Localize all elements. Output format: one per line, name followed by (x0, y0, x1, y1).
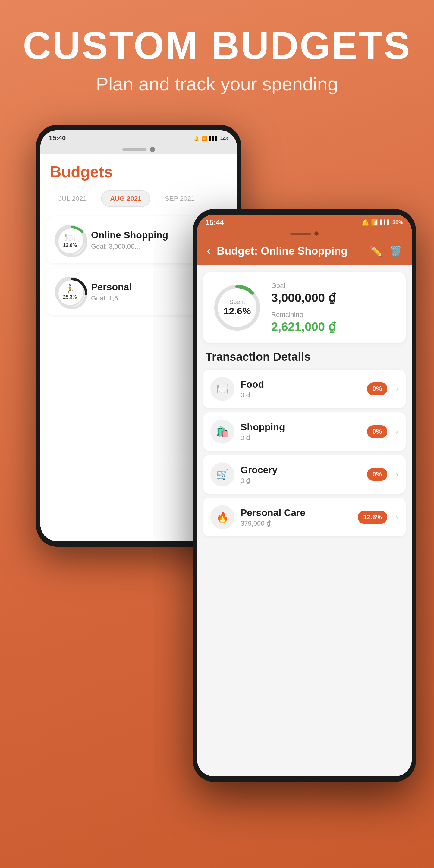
month-tabs: JUL 2021 AUG 2021 SEP 2021 (40, 186, 237, 212)
budgets-title: Budgets (50, 163, 227, 181)
grocery-info: Grocery 0 ₫ (241, 464, 361, 485)
grocery-icon: 🛒 (216, 468, 229, 480)
spent-label: Spent (224, 299, 251, 306)
shopping-name: Shopping (241, 422, 361, 433)
wifi-icon: 📶 (201, 135, 207, 141)
speaker-bar (122, 148, 147, 151)
status-icons-front: 🔔 📶 ▌▌▌ 30% (362, 219, 403, 226)
budget-circle-online-shopping: 🍽️ 12.6% (55, 225, 85, 255)
food-icon: 🍽️ (216, 383, 229, 395)
grocery-badge: 0% (367, 468, 388, 481)
progress-ring-personal (55, 277, 89, 310)
alarm-icon-front: 🔔 (362, 219, 369, 226)
remaining-amount: 2,621,000 ₫ (271, 320, 397, 334)
budget-detail-title: Budget: Online Shopping (217, 245, 364, 257)
goal-amount: 3,000,000 ₫ (271, 291, 397, 305)
transaction-card-grocery[interactable]: 🛒 Grocery 0 ₫ 0% › (203, 455, 406, 494)
transaction-section: Transaction Details 🍽️ Food 0 ₫ 0% › (197, 350, 412, 536)
food-info: Food 0 ₫ (241, 379, 361, 399)
front-phone-time: 15:44 (206, 218, 224, 227)
shopping-amount: 0 ₫ (241, 434, 361, 442)
personal-care-info: Personal Care 379,000 ₫ (241, 507, 352, 527)
budget-summary-card: Spent 12.6% Goal 3,000,000 ₫ Remaining 2… (203, 272, 406, 343)
shopping-icon: 🛍️ (216, 426, 229, 438)
transaction-card-shopping[interactable]: 🛍️ Shopping 0 ₫ 0% › (203, 412, 406, 451)
hero-title: CUSTOM BUDGETS (0, 24, 434, 67)
donut-chart: Spent 12.6% (212, 282, 263, 333)
front-scroll-content[interactable]: Spent 12.6% Goal 3,000,000 ₫ Remaining 2… (197, 265, 412, 775)
battery-front: 30% (393, 219, 403, 226)
personal-care-amount: 379,000 ₫ (241, 520, 352, 527)
shopping-icon-circle: 🛍️ (210, 420, 235, 444)
personal-care-name: Personal Care (241, 507, 352, 518)
signal-icon: ▌▌▌ (209, 135, 218, 141)
personal-care-icon: 🔥 (216, 511, 229, 523)
phone-front: 15:44 🔔 📶 ▌▌▌ 30% ‹ Budget: Online Shopp… (193, 209, 416, 782)
spent-percent: 12.6% (224, 306, 251, 317)
camera-dot-back (150, 147, 155, 152)
transaction-card-personal-care[interactable]: 🔥 Personal Care 379,000 ₫ 12.6% › (203, 498, 406, 536)
action-icons: ✏️ 🗑️ (370, 245, 402, 257)
status-icons-back: 🔔 📶 ▌▌▌ 32% (193, 135, 228, 141)
alarm-icon: 🔔 (193, 135, 199, 141)
budget-circle-personal: 🏃 25.3% (55, 277, 85, 307)
transaction-card-food[interactable]: 🍽️ Food 0 ₫ 0% › (203, 370, 406, 408)
status-bar-front: 15:44 🔔 📶 ▌▌▌ 30% (197, 215, 412, 230)
grocery-chevron: › (396, 470, 398, 479)
grocery-amount: 0 ₫ (241, 477, 361, 485)
progress-ring-online-shopping (55, 225, 89, 258)
remaining-label: Remaining (271, 311, 397, 318)
shopping-info: Shopping 0 ₫ (241, 422, 361, 442)
shopping-chevron: › (396, 427, 398, 436)
food-icon-circle: 🍽️ (210, 377, 235, 401)
personal-care-icon-circle: 🔥 (210, 505, 235, 529)
back-button[interactable]: ‹ (207, 244, 211, 258)
food-badge: 0% (367, 382, 388, 395)
transaction-title: Transaction Details (203, 350, 406, 364)
personal-care-chevron: › (396, 513, 398, 522)
goal-label: Goal (271, 282, 397, 290)
signal-icon-front: ▌▌▌ (380, 220, 391, 225)
wifi-icon-front: 📶 (371, 219, 378, 226)
personal-care-badge: 12.6% (358, 511, 387, 524)
notch-back (40, 146, 237, 154)
food-amount: 0 ₫ (241, 391, 361, 399)
food-name: Food (241, 379, 361, 390)
notch-front (197, 230, 412, 238)
grocery-name: Grocery (241, 464, 361, 475)
hero-subtitle: Plan and track your spending (0, 73, 434, 95)
back-app-header: Budgets (40, 154, 237, 186)
month-tab-aug[interactable]: AUG 2021 (101, 190, 150, 207)
food-chevron: › (396, 384, 398, 394)
shopping-badge: 0% (367, 425, 388, 438)
battery-back: 32% (220, 135, 228, 141)
grocery-icon-circle: 🛒 (210, 462, 235, 487)
edit-icon[interactable]: ✏️ (370, 245, 382, 257)
donut-center: Spent 12.6% (224, 299, 251, 317)
month-tab-jul[interactable]: JUL 2021 (50, 191, 95, 206)
status-bar-back: 15:40 🔔 📶 ▌▌▌ 32% (40, 130, 237, 146)
front-app-header: ‹ Budget: Online Shopping ✏️ 🗑️ (197, 238, 412, 265)
front-phone-screen: 15:44 🔔 📶 ▌▌▌ 30% ‹ Budget: Online Shopp… (197, 215, 412, 776)
speaker-front (290, 233, 311, 235)
month-tab-sep[interactable]: SEP 2021 (156, 191, 203, 206)
delete-icon[interactable]: 🗑️ (390, 245, 402, 257)
phones-container: 15:40 🔔 📶 ▌▌▌ 32% Budgets (0, 113, 434, 776)
budget-summary-info: Goal 3,000,000 ₫ Remaining 2,621,000 ₫ (271, 282, 397, 334)
camera-front (314, 231, 318, 236)
back-phone-time: 15:40 (49, 134, 66, 142)
